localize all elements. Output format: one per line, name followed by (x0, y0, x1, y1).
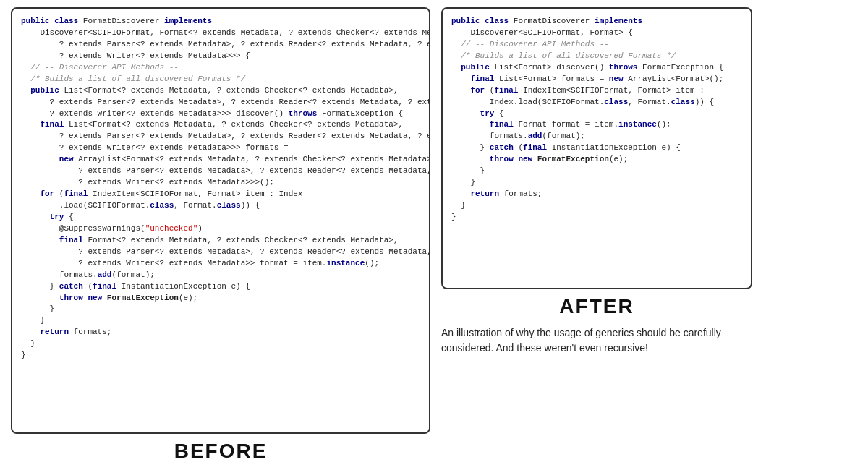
after-section: public class FormatDiscoverer implements… (441, 7, 752, 356)
after-code-panel: public class FormatDiscoverer implements… (441, 7, 752, 289)
before-code-panel: public class FormatDiscoverer implements… (11, 7, 430, 434)
before-label: BEFORE (11, 440, 430, 463)
before-section: public class FormatDiscoverer implements… (11, 7, 430, 463)
main-layout: public class FormatDiscoverer implements… (11, 7, 857, 463)
after-label: AFTER (441, 295, 752, 318)
after-description: An illustration of why the usage of gene… (441, 325, 752, 356)
